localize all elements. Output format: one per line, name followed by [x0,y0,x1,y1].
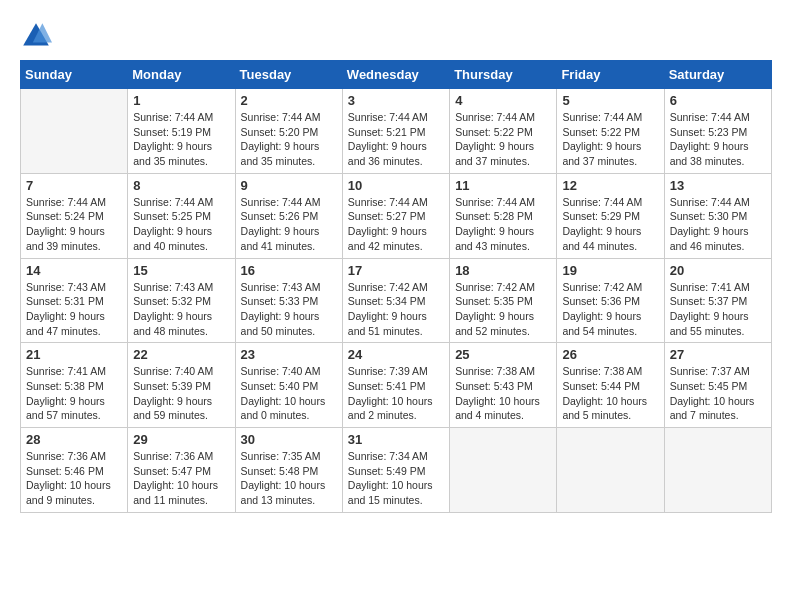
day-info: Sunrise: 7:42 AMSunset: 5:35 PMDaylight:… [455,280,551,339]
header-monday: Monday [128,61,235,89]
calendar-cell: 5Sunrise: 7:44 AMSunset: 5:22 PMDaylight… [557,89,664,174]
calendar-cell: 27Sunrise: 7:37 AMSunset: 5:45 PMDayligh… [664,343,771,428]
day-number: 3 [348,93,444,108]
day-number: 16 [241,263,337,278]
day-number: 18 [455,263,551,278]
calendar-week-0: 1Sunrise: 7:44 AMSunset: 5:19 PMDaylight… [21,89,772,174]
calendar-cell: 7Sunrise: 7:44 AMSunset: 5:24 PMDaylight… [21,173,128,258]
day-number: 5 [562,93,658,108]
page-header [20,20,772,52]
calendar-header-row: SundayMondayTuesdayWednesdayThursdayFrid… [21,61,772,89]
day-info: Sunrise: 7:44 AMSunset: 5:19 PMDaylight:… [133,110,229,169]
day-info: Sunrise: 7:44 AMSunset: 5:22 PMDaylight:… [562,110,658,169]
day-number: 24 [348,347,444,362]
day-number: 6 [670,93,766,108]
day-number: 19 [562,263,658,278]
calendar-cell: 15Sunrise: 7:43 AMSunset: 5:32 PMDayligh… [128,258,235,343]
header-thursday: Thursday [450,61,557,89]
calendar-cell [664,428,771,513]
calendar-cell [557,428,664,513]
day-number: 8 [133,178,229,193]
calendar-week-1: 7Sunrise: 7:44 AMSunset: 5:24 PMDaylight… [21,173,772,258]
day-info: Sunrise: 7:40 AMSunset: 5:40 PMDaylight:… [241,364,337,423]
day-info: Sunrise: 7:40 AMSunset: 5:39 PMDaylight:… [133,364,229,423]
day-number: 12 [562,178,658,193]
calendar-cell: 18Sunrise: 7:42 AMSunset: 5:35 PMDayligh… [450,258,557,343]
calendar-cell: 1Sunrise: 7:44 AMSunset: 5:19 PMDaylight… [128,89,235,174]
day-info: Sunrise: 7:42 AMSunset: 5:36 PMDaylight:… [562,280,658,339]
calendar-cell: 30Sunrise: 7:35 AMSunset: 5:48 PMDayligh… [235,428,342,513]
day-number: 11 [455,178,551,193]
calendar-cell: 2Sunrise: 7:44 AMSunset: 5:20 PMDaylight… [235,89,342,174]
day-number: 10 [348,178,444,193]
header-sunday: Sunday [21,61,128,89]
day-info: Sunrise: 7:44 AMSunset: 5:25 PMDaylight:… [133,195,229,254]
day-info: Sunrise: 7:44 AMSunset: 5:20 PMDaylight:… [241,110,337,169]
day-info: Sunrise: 7:35 AMSunset: 5:48 PMDaylight:… [241,449,337,508]
day-info: Sunrise: 7:44 AMSunset: 5:28 PMDaylight:… [455,195,551,254]
header-saturday: Saturday [664,61,771,89]
calendar-cell: 28Sunrise: 7:36 AMSunset: 5:46 PMDayligh… [21,428,128,513]
logo [20,20,56,52]
calendar-cell: 14Sunrise: 7:43 AMSunset: 5:31 PMDayligh… [21,258,128,343]
day-number: 30 [241,432,337,447]
day-number: 29 [133,432,229,447]
calendar-cell: 29Sunrise: 7:36 AMSunset: 5:47 PMDayligh… [128,428,235,513]
day-info: Sunrise: 7:44 AMSunset: 5:27 PMDaylight:… [348,195,444,254]
day-info: Sunrise: 7:36 AMSunset: 5:46 PMDaylight:… [26,449,122,508]
day-info: Sunrise: 7:34 AMSunset: 5:49 PMDaylight:… [348,449,444,508]
day-number: 9 [241,178,337,193]
calendar-cell: 12Sunrise: 7:44 AMSunset: 5:29 PMDayligh… [557,173,664,258]
calendar-table: SundayMondayTuesdayWednesdayThursdayFrid… [20,60,772,513]
calendar-week-2: 14Sunrise: 7:43 AMSunset: 5:31 PMDayligh… [21,258,772,343]
day-number: 28 [26,432,122,447]
calendar-cell: 17Sunrise: 7:42 AMSunset: 5:34 PMDayligh… [342,258,449,343]
calendar-cell: 8Sunrise: 7:44 AMSunset: 5:25 PMDaylight… [128,173,235,258]
day-number: 27 [670,347,766,362]
day-number: 31 [348,432,444,447]
day-info: Sunrise: 7:41 AMSunset: 5:37 PMDaylight:… [670,280,766,339]
day-number: 25 [455,347,551,362]
calendar-cell: 9Sunrise: 7:44 AMSunset: 5:26 PMDaylight… [235,173,342,258]
day-number: 7 [26,178,122,193]
calendar-cell: 4Sunrise: 7:44 AMSunset: 5:22 PMDaylight… [450,89,557,174]
day-info: Sunrise: 7:37 AMSunset: 5:45 PMDaylight:… [670,364,766,423]
calendar-cell: 24Sunrise: 7:39 AMSunset: 5:41 PMDayligh… [342,343,449,428]
calendar-cell: 16Sunrise: 7:43 AMSunset: 5:33 PMDayligh… [235,258,342,343]
day-info: Sunrise: 7:43 AMSunset: 5:33 PMDaylight:… [241,280,337,339]
calendar-cell: 11Sunrise: 7:44 AMSunset: 5:28 PMDayligh… [450,173,557,258]
calendar-cell: 31Sunrise: 7:34 AMSunset: 5:49 PMDayligh… [342,428,449,513]
day-number: 2 [241,93,337,108]
header-wednesday: Wednesday [342,61,449,89]
calendar-cell: 20Sunrise: 7:41 AMSunset: 5:37 PMDayligh… [664,258,771,343]
day-info: Sunrise: 7:36 AMSunset: 5:47 PMDaylight:… [133,449,229,508]
day-info: Sunrise: 7:44 AMSunset: 5:26 PMDaylight:… [241,195,337,254]
day-number: 21 [26,347,122,362]
day-number: 14 [26,263,122,278]
day-number: 26 [562,347,658,362]
day-number: 20 [670,263,766,278]
day-info: Sunrise: 7:44 AMSunset: 5:24 PMDaylight:… [26,195,122,254]
calendar-cell: 19Sunrise: 7:42 AMSunset: 5:36 PMDayligh… [557,258,664,343]
day-info: Sunrise: 7:43 AMSunset: 5:31 PMDaylight:… [26,280,122,339]
calendar-cell: 13Sunrise: 7:44 AMSunset: 5:30 PMDayligh… [664,173,771,258]
day-info: Sunrise: 7:42 AMSunset: 5:34 PMDaylight:… [348,280,444,339]
calendar-week-4: 28Sunrise: 7:36 AMSunset: 5:46 PMDayligh… [21,428,772,513]
day-info: Sunrise: 7:39 AMSunset: 5:41 PMDaylight:… [348,364,444,423]
calendar-cell [450,428,557,513]
calendar-cell: 26Sunrise: 7:38 AMSunset: 5:44 PMDayligh… [557,343,664,428]
day-info: Sunrise: 7:44 AMSunset: 5:22 PMDaylight:… [455,110,551,169]
day-info: Sunrise: 7:43 AMSunset: 5:32 PMDaylight:… [133,280,229,339]
calendar-cell: 10Sunrise: 7:44 AMSunset: 5:27 PMDayligh… [342,173,449,258]
day-info: Sunrise: 7:41 AMSunset: 5:38 PMDaylight:… [26,364,122,423]
day-number: 1 [133,93,229,108]
header-friday: Friday [557,61,664,89]
calendar-cell: 6Sunrise: 7:44 AMSunset: 5:23 PMDaylight… [664,89,771,174]
day-info: Sunrise: 7:38 AMSunset: 5:43 PMDaylight:… [455,364,551,423]
header-tuesday: Tuesday [235,61,342,89]
day-info: Sunrise: 7:44 AMSunset: 5:21 PMDaylight:… [348,110,444,169]
day-info: Sunrise: 7:44 AMSunset: 5:23 PMDaylight:… [670,110,766,169]
day-number: 4 [455,93,551,108]
day-number: 22 [133,347,229,362]
calendar-cell [21,89,128,174]
